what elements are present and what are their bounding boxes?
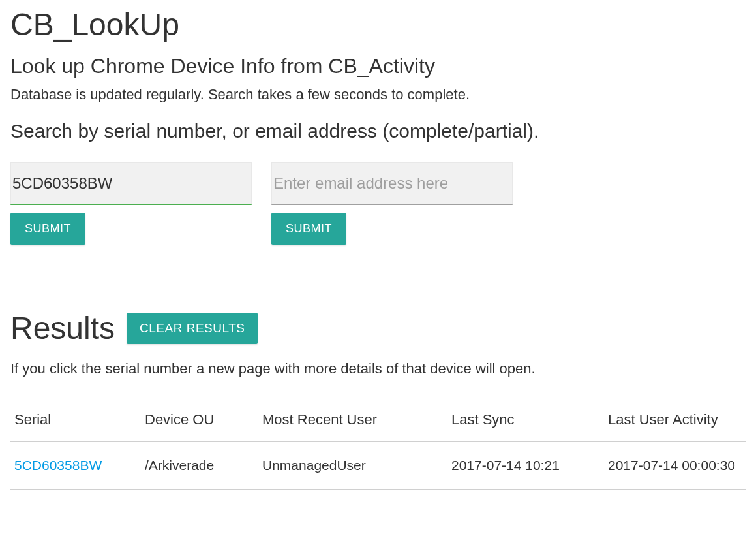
serial-input[interactable] <box>10 162 252 205</box>
search-serial-column: SUBMIT <box>10 162 252 245</box>
cell-device-ou: /Arkiverade <box>141 442 258 490</box>
serial-submit-button[interactable]: SUBMIT <box>10 213 85 245</box>
email-submit-button[interactable]: SUBMIT <box>271 213 346 245</box>
cell-most-recent-user: UnmanagedUser <box>258 442 447 490</box>
results-header: Results CLEAR RESULTS <box>10 310 746 346</box>
page-description: Database is updated regularly. Search ta… <box>10 86 746 103</box>
results-table: Serial Device OU Most Recent User Last S… <box>10 403 746 490</box>
clear-results-button[interactable]: CLEAR RESULTS <box>127 313 258 344</box>
table-row: 5CD60358BW /Arkiverade UnmanagedUser 201… <box>10 442 746 490</box>
search-heading: Search by serial number, or email addres… <box>10 120 746 142</box>
serial-link[interactable]: 5CD60358BW <box>14 458 102 473</box>
results-title: Results <box>10 310 115 346</box>
cell-last-user-activity: 2017-07-14 00:00:30 <box>604 442 746 490</box>
col-most-recent-user: Most Recent User <box>258 403 447 442</box>
email-input[interactable] <box>271 162 513 205</box>
cell-last-sync: 2017-07-14 10:21 <box>447 442 604 490</box>
col-last-user-activity: Last User Activity <box>604 403 746 442</box>
table-header-row: Serial Device OU Most Recent User Last S… <box>10 403 746 442</box>
col-device-ou: Device OU <box>141 403 258 442</box>
results-hint: If you click the serial number a new pag… <box>10 360 746 377</box>
search-email-column: SUBMIT <box>271 162 513 245</box>
page-subtitle: Look up Chrome Device Info from CB_Activ… <box>10 54 746 78</box>
search-row: SUBMIT SUBMIT <box>10 162 746 245</box>
page-title: CB_LookUp <box>10 7 746 42</box>
col-serial: Serial <box>10 403 141 442</box>
col-last-sync: Last Sync <box>447 403 604 442</box>
